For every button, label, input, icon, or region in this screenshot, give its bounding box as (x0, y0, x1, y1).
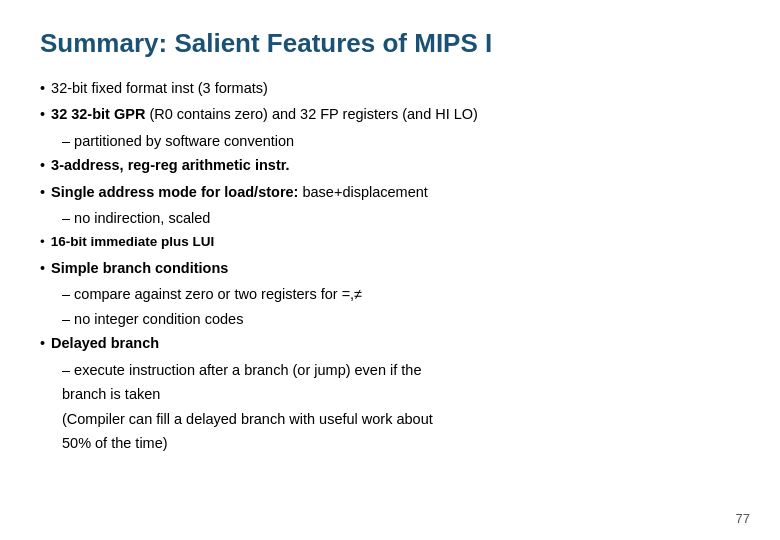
bullet-symbol: • (40, 332, 45, 354)
bullet-symbol: • (40, 154, 45, 176)
bullet-symbol: • (40, 181, 45, 203)
list-item-indent: – no integer condition codes (62, 308, 740, 330)
list-item-indent: – no indirection, scaled (62, 207, 740, 229)
list-item-indent: 50% of the time) (62, 432, 740, 454)
slide: Summary: Salient Features of MIPS I • 32… (0, 0, 780, 540)
list-item: • 32 32-bit GPR (R0 contains zero) and 3… (40, 103, 740, 125)
list-item: • 32-bit fixed format inst (3 formats) (40, 77, 740, 99)
bullet-text: Delayed branch (51, 332, 159, 354)
list-item-indent: – partitioned by software convention (62, 130, 740, 152)
slide-content: • 32-bit fixed format inst (3 formats) •… (40, 77, 740, 454)
bullet-symbol: • (40, 257, 45, 279)
bullet-text: 16-bit immediate plus LUI (51, 232, 215, 253)
list-item: • Simple branch conditions (40, 257, 740, 279)
bullet-text: Single address mode for load/store: base… (51, 181, 428, 203)
bullet-symbol: • (40, 232, 45, 253)
list-item: • 3-address, reg-reg arithmetic instr. (40, 154, 740, 176)
list-item-indent: – compare against zero or two registers … (62, 283, 740, 305)
bullet-symbol: • (40, 103, 45, 125)
bullet-text: 32-bit fixed format inst (3 formats) (51, 77, 268, 99)
bullet-text: Simple branch conditions (51, 257, 228, 279)
list-item: • Delayed branch (40, 332, 740, 354)
list-item-indent: (Compiler can fill a delayed branch with… (62, 408, 740, 430)
page-number: 77 (736, 511, 750, 526)
slide-title: Summary: Salient Features of MIPS I (40, 28, 740, 59)
bullet-symbol: • (40, 77, 45, 99)
list-item: • 16-bit immediate plus LUI (40, 232, 740, 253)
list-item-indent: – execute instruction after a branch (or… (62, 359, 740, 381)
list-item: • Single address mode for load/store: ba… (40, 181, 740, 203)
bullet-text: 3-address, reg-reg arithmetic instr. (51, 154, 290, 176)
list-item-indent: branch is taken (62, 383, 740, 405)
bullet-text: 32 32-bit GPR (R0 contains zero) and 32 … (51, 103, 478, 125)
